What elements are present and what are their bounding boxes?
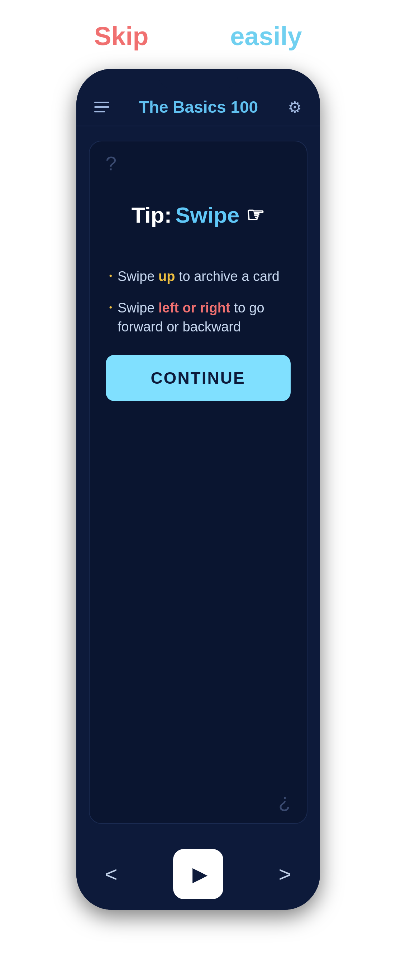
header-title: The Basics 100 — [139, 97, 258, 117]
card-spacer — [106, 401, 291, 791]
top-labels: Skip easily — [83, 0, 313, 62]
question-mark-bottom: ¿ — [278, 791, 291, 811]
bullet-text-1: Swipe up to archive a card — [118, 267, 279, 286]
question-mark-top: ? — [106, 154, 117, 173]
swipe-hand-icon: ☞ — [246, 203, 265, 227]
flashcard: ? Tip: Swipe ☞ • Swipe up to archive a c… — [89, 141, 308, 824]
bullet-text-2: Swipe left or right to go forward or bac… — [118, 299, 291, 336]
content-area: ? Tip: Swipe ☞ • Swipe up to archive a c… — [76, 126, 320, 838]
tip-section: Tip: Swipe ☞ — [106, 202, 291, 228]
bullet-item-1: • Swipe up to archive a card — [109, 267, 291, 286]
menu-line-3 — [94, 111, 105, 112]
play-icon: ▶ — [192, 862, 208, 886]
settings-icon[interactable]: ⚙ — [288, 98, 302, 116]
tip-bullets: • Swipe up to archive a card • Swipe lef… — [106, 267, 291, 337]
skip-label: Skip — [94, 21, 149, 51]
bullet-dot-2: • — [109, 301, 112, 313]
menu-line-1 — [94, 102, 109, 103]
bullet-item-2: • Swipe left or right to go forward or b… — [109, 299, 291, 336]
continue-button[interactable]: CONTINUE — [106, 355, 291, 401]
tip-heading: Tip: Swipe ☞ — [131, 202, 265, 228]
bullet-dot-1: • — [109, 270, 112, 282]
easily-label: easily — [230, 21, 302, 51]
phone-frame: The Basics 100 ⚙ ? Tip: Swipe ☞ — [76, 69, 320, 910]
play-button[interactable]: ▶ — [173, 849, 223, 899]
highlight-lr: left or right — [158, 300, 230, 315]
menu-line-2 — [94, 106, 109, 108]
prev-button[interactable]: < — [105, 862, 118, 886]
highlight-up: up — [158, 269, 175, 284]
bottom-nav: < ▶ > — [76, 838, 320, 910]
outer-container: Skip easily The Basics 100 ⚙ ? — [0, 0, 396, 980]
tip-prefix: Tip: — [131, 202, 172, 228]
menu-button[interactable] — [94, 102, 109, 112]
next-button[interactable]: > — [278, 862, 291, 886]
phone-notch — [159, 69, 238, 88]
tip-swipe-word: Swipe — [175, 202, 240, 228]
